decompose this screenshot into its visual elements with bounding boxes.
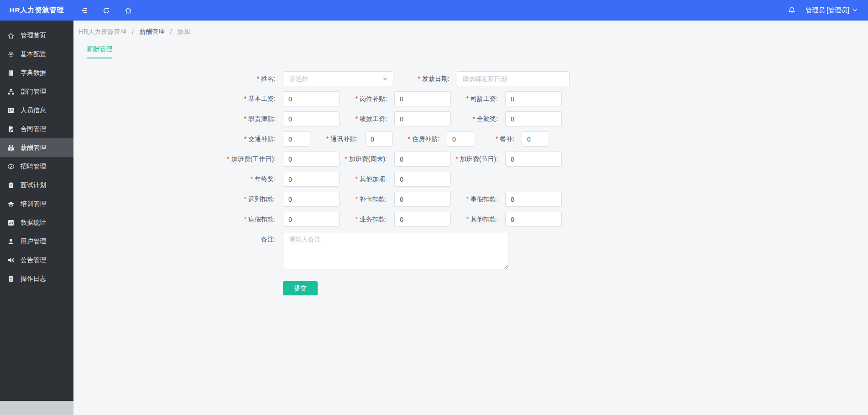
sidebar-item-training[interactable]: 培训管理	[0, 194, 73, 213]
required-marker: *	[244, 195, 246, 203]
seniority-salary-input[interactable]	[505, 91, 562, 106]
meal-allowance-input[interactable]	[522, 131, 549, 147]
breadcrumb: HR人力资源管理 / 薪酬管理 / 添加	[79, 28, 868, 36]
field-label: *业务扣款:	[340, 212, 387, 227]
field-label: *加班费(周末):	[340, 152, 387, 167]
sidebar-item-basic-config[interactable]: 基本配置	[0, 45, 73, 63]
overtime-workday-input[interactable]	[283, 152, 340, 167]
breadcrumb-item-root[interactable]: HR人力资源管理	[79, 28, 126, 35]
field-label: *病假扣款:	[210, 212, 276, 227]
required-marker: *	[418, 75, 420, 82]
personal-leave-deduction-input[interactable]	[505, 192, 562, 207]
missed-punch-deduction-input[interactable]	[394, 192, 451, 207]
sick-leave-deduction-input[interactable]	[283, 212, 340, 227]
required-marker: *	[455, 155, 458, 163]
sidebar-item-salary[interactable]: 薪酬管理	[0, 138, 73, 157]
sidebar-item-statistics[interactable]: 数据统计	[0, 213, 73, 232]
sidebar-item-label: 培训管理	[21, 200, 46, 208]
required-marker: *	[326, 135, 329, 142]
sidebar-item-label: 基本配置	[21, 50, 46, 58]
sidebar-item-label: 用户管理	[21, 237, 46, 246]
submit-button[interactable]: 提交	[283, 281, 318, 295]
other-deduction-input[interactable]	[505, 212, 562, 227]
sidebar-item-interview-plan[interactable]: ? 面试计划	[0, 176, 73, 194]
required-marker: *	[466, 215, 469, 223]
bell-icon[interactable]	[787, 6, 796, 15]
required-marker: *	[257, 75, 259, 82]
required-marker: *	[356, 175, 358, 183]
full-attendance-bonus-input[interactable]	[505, 111, 562, 126]
duty-allowance-input[interactable]	[283, 111, 340, 126]
sidebar-item-dashboard[interactable]: 管理首页	[0, 26, 73, 45]
housing-allowance-input[interactable]	[447, 131, 474, 147]
basic-salary-input[interactable]	[283, 91, 340, 106]
tab-bar: 薪酬管理	[87, 45, 868, 58]
required-marker: *	[356, 115, 358, 122]
required-marker: *	[356, 215, 358, 223]
log-icon	[7, 275, 15, 283]
form-row: *职责津贴: *绩效工资: *全勤奖:	[210, 111, 868, 126]
overtime-holiday-input[interactable]	[505, 152, 562, 167]
stats-icon	[7, 219, 15, 226]
transport-allowance-input[interactable]	[283, 131, 310, 147]
interview-icon: ?	[7, 181, 15, 189]
field-label: 备注:	[210, 232, 276, 247]
field-label: *年终奖:	[210, 172, 276, 187]
sidebar-item-contracts[interactable]: 合同管理	[0, 120, 73, 138]
select-placeholder: 请选择	[289, 75, 308, 83]
sidebar-item-announcements[interactable]: 公告管理	[0, 251, 73, 269]
business-deduction-input[interactable]	[394, 212, 451, 227]
sidebar-item-users[interactable]: 用户管理	[0, 232, 73, 251]
other-addition-input[interactable]	[394, 172, 451, 187]
overtime-weekend-input[interactable]	[394, 152, 451, 167]
field-label: *发薪日期:	[393, 71, 450, 86]
remark-textarea[interactable]	[283, 232, 508, 269]
post-allowance-input[interactable]	[394, 91, 451, 106]
refresh-icon[interactable]	[102, 6, 111, 15]
field-label: *住房补贴:	[392, 131, 439, 147]
field-label: *基本工资:	[210, 91, 276, 106]
sitemap-icon	[7, 88, 15, 95]
required-marker: *	[345, 155, 347, 163]
year-end-bonus-input[interactable]	[283, 172, 340, 187]
main-content: HR人力资源管理 / 薪酬管理 / 添加 薪酬管理 *姓名: 请选择 *发薪日期…	[73, 21, 868, 415]
field-label: *迟到扣款:	[210, 192, 276, 207]
field-label: *姓名:	[210, 71, 276, 86]
salary-form: *姓名: 请选择 *发薪日期: *基本工资: *岗位补贴:	[73, 71, 868, 295]
late-deduction-input[interactable]	[283, 192, 340, 207]
svg-text:?: ?	[10, 184, 12, 188]
form-row: *加班费(工作日): *加班费(周末): *加班费(节日):	[210, 152, 868, 167]
sidebar-item-operation-log[interactable]: 操作日志	[0, 269, 73, 288]
sidebar-item-label: 数据统计	[21, 219, 46, 227]
name-select[interactable]: 请选择	[283, 71, 393, 86]
sidebar-item-label: 字典数据	[21, 69, 46, 77]
sidebar-item-label: 面试计划	[21, 181, 46, 189]
tab-salary-management[interactable]: 薪酬管理	[87, 45, 112, 58]
sidebar-item-recruiting[interactable]: 招聘管理	[0, 157, 73, 176]
required-marker: *	[251, 175, 253, 183]
breadcrumb-item-salary[interactable]: 薪酬管理	[139, 28, 165, 35]
user-menu[interactable]: 管理员 [管理员]	[805, 6, 857, 15]
required-marker: *	[496, 135, 498, 142]
collapse-menu-icon[interactable]	[80, 6, 89, 15]
sidebar: 管理首页 基本配置 字典数据 部门管理 人员信息 合同管理 薪酬管理 招聘管理 …	[0, 21, 73, 401]
field-label: *职责津贴:	[210, 111, 276, 126]
field-label: *事假扣款:	[451, 192, 498, 207]
header-right: 管理员 [管理员]	[787, 6, 868, 15]
required-marker: *	[408, 135, 410, 142]
field-label: *其他加项:	[340, 172, 387, 187]
communication-allowance-input[interactable]	[365, 131, 392, 147]
required-marker: *	[356, 95, 358, 102]
field-label: *全勤奖:	[451, 111, 498, 126]
required-marker: *	[244, 135, 246, 142]
pay-date-input[interactable]	[457, 71, 570, 86]
sidebar-item-dictionary[interactable]: 字典数据	[0, 63, 73, 82]
user-icon	[7, 237, 15, 245]
form-row: *迟到扣款: *补卡扣款: *事假扣款:	[210, 192, 868, 207]
sidebar-item-departments[interactable]: 部门管理	[0, 82, 73, 101]
sidebar-item-personnel[interactable]: 人员信息	[0, 101, 73, 120]
performance-salary-input[interactable]	[394, 111, 451, 126]
sidebar-item-label: 薪酬管理	[21, 144, 46, 152]
required-marker: *	[244, 95, 246, 102]
home-icon[interactable]	[124, 6, 133, 15]
